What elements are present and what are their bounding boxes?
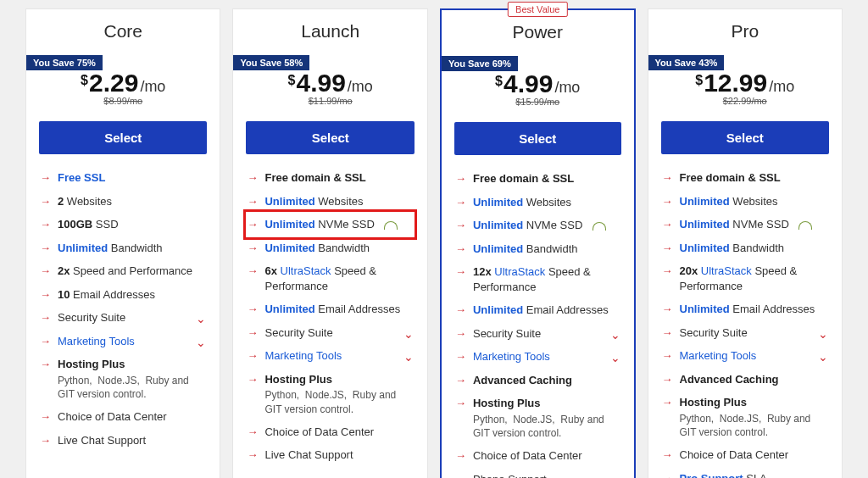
arrow-icon: → [40, 310, 51, 325]
feature-text: Unlimited Bandwidth [473, 242, 620, 257]
chevron-down-icon[interactable]: ⌄ [403, 326, 414, 342]
currency-symbol: $ [695, 73, 703, 88]
old-price: $22.99/mo [648, 96, 842, 106]
arrow-icon: → [662, 471, 673, 478]
feature-text: Marketing Tools [264, 348, 413, 364]
arrow-icon: → [455, 218, 466, 233]
chevron-down-icon[interactable]: ⌄ [610, 350, 620, 366]
feature-item: →Unlimited Bandwidth [662, 236, 828, 260]
chevron-down-icon[interactable]: ⌄ [818, 349, 828, 365]
feature-text: Unlimited Websites [680, 194, 828, 209]
feature-list: →Free SSL→2 Websites→100GB SSD→Unlimited… [26, 166, 220, 452]
plan-card-launch: LaunchYou Save 58%$4.99/mo$11.99/moSelec… [232, 8, 427, 478]
feature-item: →100GB SSD [40, 213, 206, 236]
feature-item: →Advanced Caching [662, 368, 828, 392]
feature-text: Unlimited NVMe SSD [264, 217, 413, 232]
feature-text: Live Chat Support [264, 447, 413, 463]
feature-item: →Unlimited NVMe SSD [247, 213, 413, 236]
arrow-icon: → [662, 372, 673, 387]
price: $4.99/mo [495, 69, 580, 98]
plan-title: Pro [648, 9, 842, 48]
save-badge: You Save 43% [648, 55, 725, 70]
feature-item: →Unlimited Bandwidth [455, 237, 620, 261]
arrow-icon: → [455, 373, 466, 388]
feature-item: →Free domain & SSL [247, 166, 413, 190]
select-button[interactable]: Select [246, 121, 414, 154]
arrow-icon: → [247, 447, 258, 463]
feature-item: →Live Chat Support [40, 429, 206, 453]
arrow-icon: → [455, 472, 466, 478]
arrow-icon: → [455, 326, 466, 342]
feature-text: Hosting PlusPython, Node.JS, Ruby and GI… [264, 372, 413, 416]
arrow-icon: → [40, 409, 51, 425]
feature-item: →Marketing Tools⌄ [662, 344, 828, 368]
feature-text: Advanced Caching [473, 373, 620, 388]
feature-text: Unlimited NVMe SSD [680, 217, 828, 232]
select-button[interactable]: Select [39, 121, 207, 154]
feature-text: Choice of Data Center [264, 425, 413, 440]
feature-text: Phone Support [473, 472, 620, 478]
chevron-down-icon[interactable]: ⌄ [403, 349, 414, 365]
price-amount: 4.99 [504, 69, 553, 98]
arrow-icon: → [40, 357, 51, 372]
feature-text: Security Suite [58, 310, 206, 325]
arrow-icon: → [247, 264, 258, 279]
arrow-icon: → [455, 349, 466, 364]
feature-item: →Free domain & SSL [455, 167, 620, 191]
feature-item: →Unlimited Websites [455, 191, 620, 214]
feature-item: →Pro Support SLA [662, 467, 828, 478]
feature-item: →Unlimited Email Addresses [247, 297, 413, 321]
feature-item: →6x UltraStack Speed & Performance [247, 259, 413, 297]
feature-text: 100GB SSD [58, 217, 206, 232]
feature-text: Unlimited Bandwidth [680, 241, 828, 256]
feature-item: →Security Suite⌄ [455, 322, 620, 346]
feature-item: →Hosting PlusPython, Node.JS, Ruby and G… [247, 368, 413, 420]
feature-item: →Hosting PlusPython, Node.JS, Ruby and G… [662, 391, 828, 443]
feature-text: Free domain & SSL [680, 170, 828, 186]
arrow-icon: → [40, 433, 51, 448]
feature-text: Unlimited Bandwidth [264, 241, 413, 256]
feature-text: Marketing Tools [680, 348, 828, 364]
feature-item: →Security Suite⌄ [247, 321, 413, 345]
chevron-down-icon[interactable]: ⌄ [818, 326, 828, 342]
feature-text: Hosting PlusPython, Node.JS, Ruby and GI… [680, 395, 828, 439]
price: $2.29/mo [81, 69, 165, 97]
select-button[interactable]: Select [454, 122, 621, 155]
feature-item: →10 Email Addresses [40, 283, 206, 307]
arrow-icon: → [247, 217, 258, 232]
currency-symbol: $ [81, 73, 88, 88]
feature-text: Unlimited Email Addresses [680, 302, 828, 317]
feature-text: Free domain & SSL [264, 170, 413, 186]
arrow-icon: → [247, 241, 258, 256]
feature-text: 2x Speed and Performance [58, 264, 206, 279]
feature-item: →2 Websites [40, 190, 206, 214]
feature-text: Advanced Caching [680, 372, 828, 387]
chevron-down-icon[interactable]: ⌄ [196, 311, 206, 327]
arrow-icon: → [662, 194, 673, 209]
feature-item: →Marketing Tools⌄ [40, 330, 206, 353]
select-button[interactable]: Select [661, 121, 829, 154]
arrow-icon: → [662, 264, 673, 279]
plan-card-power: Best ValuePowerYou Save 69%$4.99/mo$15.9… [440, 8, 636, 478]
plan-card-pro: ProYou Save 43%$12.99/mo$22.99/moSelect→… [648, 8, 843, 478]
feature-item: →Unlimited Websites [662, 190, 828, 214]
arrow-icon: → [247, 194, 258, 209]
feature-item: →Live Chat Support [247, 443, 413, 467]
old-price: $8.99/mo [26, 96, 220, 106]
feature-text: Choice of Data Center [473, 448, 620, 464]
plan-card-core: CoreYou Save 75%$2.29/mo$8.99/moSelect→F… [25, 8, 220, 478]
feature-item: →Hosting PlusPython, Node.JS, Ruby and G… [40, 353, 206, 405]
arrow-icon: → [455, 448, 466, 464]
arrow-icon: → [662, 348, 673, 364]
chevron-down-icon[interactable]: ⌄ [196, 335, 206, 351]
per-month: /mo [140, 78, 165, 96]
per-month: /mo [769, 78, 794, 96]
old-price: $11.99/mo [233, 96, 426, 106]
price: $4.99/mo [288, 69, 373, 97]
feature-item: →Security Suite⌄ [662, 321, 828, 345]
feature-item: →Unlimited Email Addresses [455, 298, 620, 322]
feature-item: →Free SSL [40, 166, 206, 190]
arrow-icon: → [662, 302, 673, 317]
chevron-down-icon[interactable]: ⌄ [610, 327, 620, 343]
price: $12.99/mo [695, 69, 794, 97]
